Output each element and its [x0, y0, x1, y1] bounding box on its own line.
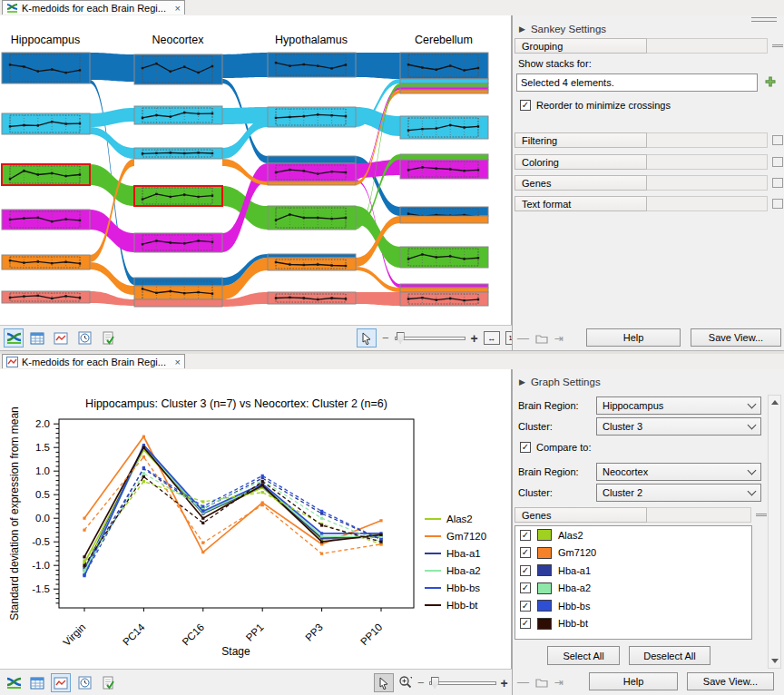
- gene-row[interactable]: ✓Hbb-bt: [515, 615, 751, 633]
- folder-icon[interactable]: [535, 677, 548, 688]
- element-info-button[interactable]: [98, 328, 118, 348]
- expand-section-icon[interactable]: [772, 135, 783, 145]
- stacks-field[interactable]: Selected 4 elements.: [516, 73, 758, 92]
- gene-color-swatch[interactable]: [537, 582, 552, 594]
- sankey-view-button[interactable]: [4, 328, 24, 348]
- sankey-view-button[interactable]: [4, 673, 24, 692]
- zoom-out-icon[interactable]: −: [382, 331, 389, 345]
- gene-color-swatch[interactable]: [537, 564, 552, 576]
- deselect-all-button[interactable]: Deselect All: [629, 646, 710, 665]
- graph-view-button[interactable]: [51, 673, 71, 692]
- fit-width-button[interactable]: ↔: [484, 331, 500, 345]
- collapse-section-icon[interactable]: [772, 44, 783, 51]
- sankey-link[interactable]: [222, 53, 268, 78]
- sankey-link[interactable]: [90, 262, 134, 295]
- tab-graph-view[interactable]: K-medoids for each Brain Regi... ×: [2, 354, 185, 368]
- sankey-link[interactable]: [90, 164, 134, 206]
- sankey-node[interactable]: [134, 278, 222, 286]
- select-all-button[interactable]: Select All: [547, 646, 620, 665]
- filtering-section-header[interactable]: Filtering: [514, 132, 783, 148]
- gene-row[interactable]: ✓Hbb-bs: [515, 597, 751, 615]
- collapse-arrow-icon[interactable]: ▶: [519, 377, 525, 387]
- history-view-button[interactable]: [74, 328, 94, 348]
- save-view-button[interactable]: Save View...: [691, 328, 781, 347]
- cluster-dropdown[interactable]: Cluster 3: [596, 417, 761, 436]
- sankey-link[interactable]: [90, 108, 134, 127]
- zoom-out-icon[interactable]: −: [417, 676, 425, 690]
- gene-color-swatch[interactable]: [537, 529, 552, 541]
- zoom-slider[interactable]: [429, 681, 496, 685]
- sankey-link[interactable]: [356, 107, 400, 136]
- zoom-slider[interactable]: [395, 337, 466, 340]
- minimize-sidebar-icon[interactable]: —: [517, 331, 529, 345]
- collapse-section-icon[interactable]: [756, 514, 767, 520]
- sankey-node[interactable]: [400, 116, 488, 139]
- sankey-link[interactable]: [356, 267, 400, 292]
- sankey-node[interactable]: [400, 284, 488, 288]
- history-view-button[interactable]: [74, 673, 94, 692]
- cluster2-dropdown[interactable]: Cluster 2: [596, 484, 761, 502]
- tab-sankey-view[interactable]: K-medoids for each Brain Regi... ×: [2, 0, 185, 15]
- gene-checkbox[interactable]: ✓: [520, 547, 531, 558]
- table-view-button[interactable]: [27, 673, 47, 692]
- gene-color-swatch[interactable]: [537, 547, 552, 559]
- reorder-checkbox[interactable]: ✓: [520, 100, 531, 111]
- expand-section-icon[interactable]: [772, 178, 783, 188]
- sankey-node[interactable]: [268, 254, 356, 258]
- scroll-down-icon[interactable]: [769, 654, 780, 668]
- gene-row[interactable]: ✓Alas2: [515, 526, 751, 544]
- coloring-section-header[interactable]: Coloring: [514, 154, 783, 170]
- sankey-node[interactable]: [134, 106, 222, 124]
- sankey-node[interactable]: [268, 181, 356, 185]
- brain-region2-dropdown[interactable]: Neocortex: [596, 463, 761, 481]
- sankey-link[interactable]: [90, 53, 134, 82]
- sankey-node[interactable]: [400, 288, 488, 292]
- expand-section-icon[interactable]: [772, 157, 783, 167]
- collapse-arrow-icon[interactable]: ▶: [519, 24, 525, 34]
- text-format-section-header[interactable]: Text format: [514, 196, 783, 211]
- save-view-button[interactable]: Save View...: [687, 672, 774, 690]
- help-button[interactable]: Help: [589, 672, 678, 690]
- select-cursor-button[interactable]: [374, 673, 394, 692]
- scroll-up-icon[interactable]: [769, 396, 780, 409]
- sankey-node[interactable]: [268, 156, 356, 163]
- sankey-link[interactable]: [356, 53, 400, 79]
- sankey-node[interactable]: [400, 83, 488, 87]
- sankey-node[interactable]: [134, 299, 222, 307]
- sankey-node[interactable]: [400, 154, 488, 160]
- element-info-button[interactable]: [98, 673, 118, 692]
- sankey-node[interactable]: [400, 216, 488, 223]
- gene-color-swatch[interactable]: [537, 600, 552, 612]
- zoom-in-icon[interactable]: +: [471, 331, 478, 346]
- dock-icon[interactable]: ⇥: [554, 332, 564, 345]
- gene-checkbox[interactable]: ✓: [520, 618, 531, 629]
- folder-icon[interactable]: [535, 333, 548, 344]
- gene-row[interactable]: ✓Hba-a1: [515, 562, 751, 580]
- sidebar-splitter-handle[interactable]: [751, 17, 777, 22]
- sankey-node[interactable]: [400, 79, 488, 83]
- add-stack-button[interactable]: [764, 75, 777, 90]
- brain-region-dropdown[interactable]: Hippocampus: [596, 396, 761, 415]
- compare-checkbox[interactable]: ✓: [520, 442, 531, 453]
- grouping-section-header[interactable]: Grouping: [514, 38, 783, 54]
- gene-checkbox[interactable]: ✓: [520, 530, 531, 541]
- help-button[interactable]: Help: [586, 328, 681, 347]
- zoom-in-icon[interactable]: +: [501, 676, 508, 690]
- genes-section-header-top[interactable]: Genes: [514, 175, 783, 191]
- gene-row[interactable]: ✓Gm7120: [515, 544, 751, 563]
- dock-icon[interactable]: ⇥: [554, 676, 564, 689]
- table-view-button[interactable]: [27, 328, 47, 348]
- genes-section-header[interactable]: Genes: [514, 507, 767, 523]
- gene-checkbox[interactable]: ✓: [520, 565, 531, 576]
- gene-checkbox[interactable]: ✓: [520, 601, 531, 612]
- pan-cursor-button[interactable]: [357, 328, 377, 348]
- tab-close-icon[interactable]: ×: [175, 357, 181, 367]
- gene-checkbox[interactable]: ✓: [520, 582, 531, 593]
- minimize-sidebar-icon[interactable]: —: [517, 675, 529, 689]
- graph-view-button[interactable]: [51, 328, 71, 348]
- sidebar-scrollbar[interactable]: [768, 395, 781, 669]
- sankey-link[interactable]: [356, 292, 400, 306]
- sankey-node[interactable]: [2, 53, 90, 83]
- sankey-node[interactable]: [400, 90, 488, 93]
- sankey-link[interactable]: [90, 210, 134, 252]
